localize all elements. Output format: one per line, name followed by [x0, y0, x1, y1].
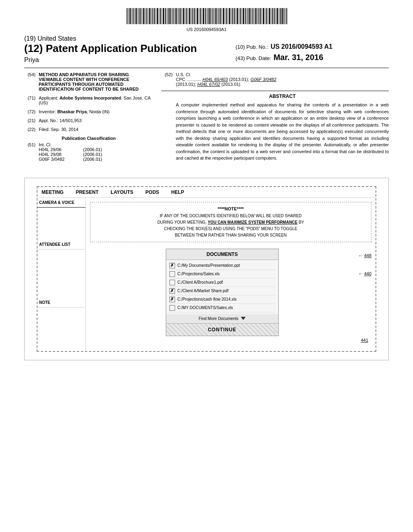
svg-rect-5 [133, 8, 133, 24]
section-52-content: U.S. Cl. CPC ............ H04L 65/403 (2… [176, 72, 389, 87]
header-right: (10) Pub. No.: US 2016/0094593 A1 (43) P… [236, 35, 389, 62]
svg-rect-87 [259, 8, 259, 24]
section-54-title: METHOD AND APPARATUS FOR SHARING VIEWABL… [39, 72, 139, 91]
annotations: ← 448 ← 440 [359, 249, 371, 277]
int-cl-row-0: H04L 29/06 (2006.01) [39, 147, 153, 152]
svg-rect-8 [138, 8, 138, 24]
note-bold-text: YOU CAN MAXIMIZE SYSTEM PERFORMANCE [208, 220, 298, 224]
int-cl-table: H04L 29/06 (2006.01) H04L 29/08 (2006.01… [39, 147, 153, 162]
svg-rect-101 [280, 8, 281, 24]
svg-rect-16 [149, 8, 150, 24]
abstract-content: ABSTRACT A computer implemented method a… [176, 94, 389, 162]
menu-meeting[interactable]: MEETING [42, 189, 64, 195]
doc-checkbox-4[interactable] [169, 297, 175, 302]
meeting-body: CAMERA & VOICE ATTENDEE LIST NOTE ****NO… [38, 198, 375, 351]
svg-rect-46 [196, 8, 196, 24]
svg-rect-38 [183, 8, 184, 24]
svg-rect-51 [203, 8, 204, 24]
note-line-4: CHECKING THE BOX(ES) AND USING THE "PODS… [98, 226, 363, 232]
section-72-num: (72) [24, 109, 35, 114]
svg-rect-13 [145, 8, 146, 24]
annotation-441: 441 [90, 336, 371, 344]
doc-checkbox-3[interactable] [169, 288, 175, 294]
menu-pods[interactable]: PODS [146, 189, 159, 195]
attendee-list-panel: ATTENDEE LIST [38, 240, 86, 249]
doc-item-3[interactable]: C:/Client A/Market Share.pdf [169, 287, 275, 295]
patent-kind: (12) Patent Application Publication [24, 42, 236, 55]
meeting-interface: MEETING PRESENT LAYOUTS PODS HELP CAMERA… [37, 186, 376, 352]
barcode-svg [126, 8, 287, 26]
svg-rect-76 [242, 8, 242, 24]
svg-rect-6 [134, 8, 135, 24]
section-52-label: U.S. Cl. [176, 72, 389, 77]
svg-rect-100 [279, 8, 279, 24]
svg-rect-65 [225, 8, 225, 24]
svg-rect-68 [229, 8, 230, 24]
find-more-label: Find More Documents [199, 316, 238, 321]
dialog-title: DOCUMENTS [166, 249, 278, 260]
dialog-container: DOCUMENTS C:/My Documents/Presentation.p… [90, 249, 371, 336]
svg-rect-10 [140, 8, 141, 24]
doc-item-0[interactable]: C:/My Documents/Presentation.ppt [169, 262, 275, 270]
doc-item-4[interactable]: C:/Projections/cash flow 2014.xls [169, 295, 275, 304]
svg-rect-9 [139, 8, 140, 24]
int-cl-class-2: G06F 3/0482 [39, 157, 75, 162]
doc-checkbox-5[interactable] [169, 305, 175, 311]
menu-layouts[interactable]: LAYOUTS [111, 189, 133, 195]
section-72-location: , Noida (IN) [87, 109, 109, 114]
svg-rect-49 [200, 8, 201, 24]
barcode [24, 8, 389, 26]
section-51-num: (51) [24, 142, 35, 162]
doc-item-5[interactable]: C:/MY DOCUMENTS/Sales.xls [169, 304, 275, 312]
doc-checkbox-2[interactable] [169, 280, 175, 285]
svg-rect-62 [220, 8, 221, 24]
diagram-area: MEETING PRESENT LAYOUTS PODS HELP CAMERA… [24, 178, 389, 360]
right-content: ****NOTE**** IF ANY OF THE DOCUMENTS IDE… [86, 198, 375, 351]
doc-checkbox-1[interactable] [169, 271, 175, 277]
find-more-row[interactable]: Find More Documents [166, 314, 278, 324]
svg-rect-17 [151, 8, 152, 24]
doc-checkbox-0[interactable] [169, 263, 175, 268]
svg-rect-42 [189, 8, 190, 24]
doc-item-1[interactable]: C:/Projections/Sales.xls [169, 270, 275, 278]
svg-rect-27 [167, 8, 167, 24]
svg-rect-32 [174, 8, 175, 24]
section-71-label: Applicant: [39, 96, 58, 100]
svg-rect-74 [239, 8, 239, 24]
doc-item-2[interactable]: C:/Client A/Brochure1.pdf [169, 278, 275, 287]
svg-rect-48 [199, 8, 199, 24]
note-box: ****NOTE**** IF ANY OF THE DOCUMENTS IDE… [90, 202, 371, 242]
header-section: (19) United States (12) Patent Applicati… [24, 35, 389, 64]
page: US 20160094593A1 (19) United States (12)… [0, 0, 413, 532]
svg-rect-96 [272, 8, 273, 24]
section-51-label: Int. Cl. [39, 142, 153, 147]
right-col: (52) U.S. Cl. CPC ............ H04L 65/4… [161, 72, 389, 166]
svg-rect-3 [129, 8, 131, 24]
svg-rect-36 [180, 8, 181, 24]
svg-rect-80 [248, 8, 248, 24]
annotation-440: ← 440 [359, 271, 371, 277]
doc-label-0: C:/My Documents/Presentation.ppt [177, 263, 240, 268]
section-71-value: Adobe Systems Incorporated [59, 96, 121, 100]
cpc-value-3: H04L 67/02 [197, 82, 220, 87]
section-22-num: (22) [24, 127, 35, 132]
svg-rect-53 [206, 8, 207, 24]
menu-present[interactable]: PRESENT [76, 189, 99, 195]
cpc-label: CPC ............ [176, 77, 202, 82]
section-72-value: Bhaskar Priya [57, 109, 87, 114]
svg-rect-22 [159, 8, 159, 24]
barcode-area: US 20160094593A1 [24, 8, 389, 32]
svg-rect-88 [260, 8, 261, 24]
svg-rect-93 [268, 8, 268, 24]
menu-help[interactable]: HELP [171, 189, 184, 195]
svg-rect-63 [222, 8, 222, 24]
section-21: (21) Appl. No.: 14/501,953 [24, 118, 153, 123]
continue-button[interactable]: CONTINUE [166, 324, 278, 336]
svg-rect-84 [254, 8, 254, 24]
section-22: (22) Filed: Sep. 30, 2014 [24, 127, 153, 132]
svg-rect-89 [262, 8, 262, 24]
header-left: (19) United States (12) Patent Applicati… [24, 35, 236, 64]
note-line-2: IF ANY OF THE DOCUMENTS IDENTIFIED BELOW… [98, 213, 363, 219]
svg-rect-57 [213, 8, 213, 24]
cpc-value-1: H04L 65/403 [202, 77, 228, 82]
